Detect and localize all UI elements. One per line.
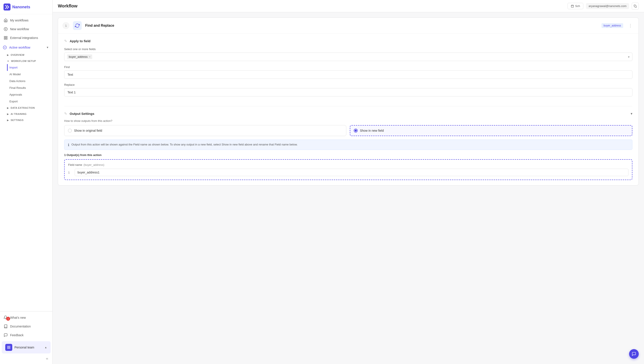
personal-team-item[interactable]: Personal team ▲ [2,341,51,354]
subnav-import-label: Import [10,66,18,69]
find-group: Find [64,66,632,79]
section-overview[interactable]: ▶ OVERVIEW [0,52,52,58]
find-input[interactable] [64,70,632,79]
replace-input[interactable] [64,88,632,96]
chat-fab-button[interactable] [629,349,639,359]
step-icon-wrapper [73,21,82,30]
book-icon [4,324,8,328]
edit-icon: ✎ [64,39,67,43]
nav-my-workflows-label: My workflows [10,18,49,22]
logo-area: Nanonets [0,0,52,14]
subnav-data-actions[interactable]: Data Actions [7,78,52,84]
subnav-ai-model[interactable]: AI Model [7,71,52,78]
step-menu-button[interactable]: ⋮ [627,22,634,29]
schedule-button[interactable]: Sch [568,3,583,9]
subnav-data-actions-label: Data Actions [10,80,26,83]
selected-field-tag: buyer_address × [67,54,92,59]
schedule-btn-label: Sch [575,4,580,8]
radio-original-circle [68,128,72,132]
fields-dropdown[interactable]: buyer_address × ▾ [64,52,632,61]
info-text: Output from this action will be shown ag… [71,142,297,147]
nav-new-workflow-label: New workflow [10,27,49,31]
data-extraction-label: DATA EXTRACTION [11,106,35,109]
subnav-import[interactable]: Import [7,64,52,71]
team-expand-chevron: ▲ [45,346,47,349]
radio-new-circle [354,128,358,132]
svg-rect-9 [8,346,9,347]
section-settings[interactable]: ▶ SETTINGS [0,117,52,123]
subnav-final-results-label: Final Results [10,86,26,90]
collapse-sidebar-button[interactable] [0,355,52,362]
nav-new-workflow[interactable]: New workflow [0,25,52,34]
nav-external-integrations-label: External integrations [10,36,49,40]
output-field-header: Field name (buyer_address) [68,163,628,166]
subnav-export[interactable]: Export [7,98,52,105]
radio-new-field[interactable]: Show in new field [350,125,632,136]
svg-rect-6 [4,38,5,40]
copy-button[interactable] [632,2,639,10]
output-section-title-row[interactable]: ✎ Output Settings ▾ [64,112,632,116]
remove-field-button[interactable]: × [89,55,90,58]
output-field-row: 1 [68,169,628,176]
section-data-extraction[interactable]: ▶ DATA EXTRACTION [0,105,52,111]
output-section-title: Output Settings [70,112,94,116]
documentation-label: Documentation [10,324,49,328]
nav-feedback[interactable]: Feedback [0,331,52,340]
nav-whats-new[interactable]: 1 What's new [0,313,52,322]
svg-rect-10 [9,346,10,347]
home-icon [4,18,8,22]
collapse-icon [45,357,49,360]
workflow-setup-label: WORKFLOW SETUP [11,60,36,62]
step-number: 1 [62,22,69,29]
svg-rect-4 [4,36,5,38]
step-title: Find and Replace [85,24,598,28]
user-email: aryanagrawal@nanonets.com [586,3,629,9]
output-field-num: 1 [68,171,73,174]
workflow-card: 1 Find and Replace buyer_address ⋮ ✎ App… [58,18,639,186]
settings-label: SETTINGS [11,119,24,122]
nav-documentation[interactable]: Documentation [0,322,52,331]
app-name: Nanonets [12,5,30,10]
settings-chevron: ▶ [7,119,9,122]
grid-icon [4,36,8,40]
select-fields-group: Select one or more fields buyer_address … [64,48,632,61]
active-workflow-chevron: ▼ [46,46,49,49]
field-name-sub: (buyer_address) [83,163,104,166]
apply-section-title-row: ✎ Apply to field [64,39,632,43]
sidebar-bottom: 1 What's new Documentation Feedback Pers… [0,311,52,364]
nav-my-workflows[interactable]: My workflows [0,16,52,25]
refresh-icon [75,23,80,28]
select-fields-label: Select one or more fields [64,48,632,51]
output-field-box: Field name (buyer_address) 1 [64,159,632,180]
outputs-count-label: 1 Output(s) from this action [64,153,632,156]
info-box: ℹ Output from this action will be shown … [64,140,632,150]
section-workflow-setup[interactable]: ▼ WORKFLOW SETUP [0,58,52,64]
replace-group: Replace [64,83,632,96]
subnav-final-results[interactable]: Final Results [7,84,52,91]
ai-training-chevron: ▶ [7,113,9,115]
radio-original-field[interactable]: Show in original field [64,125,346,136]
output-field-name-input[interactable] [75,169,628,176]
step-header: 1 Find and Replace buyer_address ⋮ [58,18,638,34]
svg-rect-7 [6,38,7,40]
replace-label: Replace [64,83,632,86]
section-ai-training[interactable]: ▶ AI TRAINING [0,111,52,117]
sidebar: Nanonets My workflows New workflow Exter… [0,0,53,364]
content-area: 1 Find and Replace buyer_address ⋮ ✎ App… [53,12,644,364]
overview-chevron: ▶ [7,54,9,56]
selected-field-value: buyer_address [69,55,88,58]
main-nav: My workflows New workflow External integ… [0,14,52,311]
subnav-approvals[interactable]: Approvals [7,91,52,98]
svg-rect-13 [571,5,573,7]
topbar: Workflow Sch aryanagrawal@nanonets.com [53,0,644,12]
data-extraction-chevron: ▶ [7,107,9,109]
subnav-approvals-label: Approvals [10,93,22,96]
plus-circle-icon [4,27,8,31]
message-square-icon [4,333,8,337]
nav-active-workflow[interactable]: Active workflow ▼ [0,43,52,52]
radio-new-label: Show in new field [360,129,384,132]
active-workflow-section: Active workflow ▼ ▶ OVERVIEW ▼ WORKFLOW … [0,42,52,124]
step-tag: buyer_address [601,23,623,28]
nav-external-integrations[interactable]: External integrations [0,34,52,42]
output-collapse-icon[interactable]: ▾ [631,112,632,116]
